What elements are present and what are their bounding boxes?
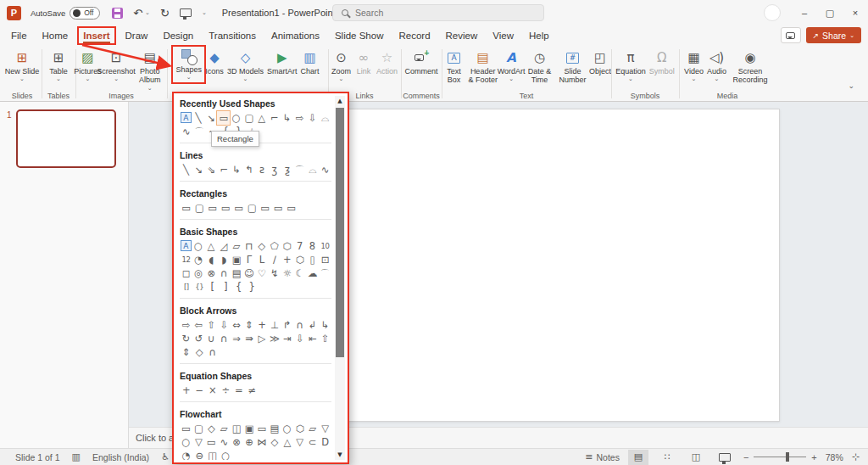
shape-cell[interactable]: ◻ [180,266,192,280]
photo-album-button[interactable]: ▤Photo Album⌄ [133,48,166,92]
zoom-thumb[interactable] [786,452,789,462]
notes-toggle-button[interactable]: ≡ Notes [585,451,620,462]
shape-cell[interactable]: △ [281,435,293,449]
tab-home[interactable]: Home [38,28,73,43]
tab-view[interactable]: View [488,28,518,43]
shape-cell[interactable]: ⬠ [268,239,281,253]
shape-cell[interactable]: ⌒ [293,163,306,176]
shape-cell[interactable]: ⊗ [231,435,243,449]
shape-cell[interactable]: = [232,384,246,397]
shape-cell[interactable]: ▭ [180,201,193,215]
shape-cell[interactable]: 10 [319,239,331,253]
shape-cell[interactable]: ◿ [217,239,230,253]
screenshot-button[interactable]: ⊡Screenshot⌄ [101,48,132,82]
tab-review[interactable]: Review [442,28,482,43]
shape-cell[interactable]: ↱ [281,318,293,332]
shape-cell[interactable]: 8 [306,239,319,253]
shape-cell[interactable]: ↳ [281,111,293,125]
shape-cell[interactable]: ⇦ [192,318,205,332]
shape-cell[interactable]: − [193,384,207,397]
close-button[interactable]: × [843,0,868,25]
shape-cell[interactable]: ◇ [205,422,218,435]
shape-cell[interactable]: △ [255,111,268,125]
shape-cell[interactable]: ▤ [268,422,281,435]
comment-button[interactable]: +Comment [403,48,438,76]
shape-cell[interactable]: ⇨ [180,318,192,332]
header-footer-button[interactable]: ▤Header & Footer [467,48,498,85]
shape-cell[interactable]: Γ [243,253,256,266]
shape-cell[interactable]: ♡ [256,266,269,280]
shape-cell[interactable]: ◎ [192,266,205,280]
shape-cell[interactable]: ▽ [319,422,331,435]
shape-cell[interactable]: ⊥ [268,318,281,332]
shape-cell[interactable]: ⇕ [243,318,256,332]
shape-cell[interactable]: ▭ [220,201,233,215]
undo-chevron-icon[interactable]: ⌄ [145,9,150,16]
shape-cell[interactable]: ≫ [268,332,281,345]
shape-cell[interactable]: ⌐ [268,111,281,125]
table-button[interactable]: ⊞Table⌄ [48,48,69,82]
shape-cell[interactable]: ⌓ [306,163,319,176]
reading-view-button[interactable]: ◫ [686,450,706,465]
shape-cell[interactable]: ⬡ [293,253,306,266]
shape-cell[interactable]: ▭ [272,201,286,215]
save-icon[interactable] [112,8,123,19]
shape-cell[interactable]: ▽ [192,435,205,449]
shape-cell[interactable]: ○ [180,435,192,449]
fit-to-window-icon[interactable]: ⊹ [852,451,860,462]
pictures-button[interactable]: ▨Pictures⌄ [76,48,99,82]
shape-cell[interactable]: ⇧ [319,332,331,345]
tab-file[interactable]: File [7,28,31,43]
shape-cell[interactable]: A [181,240,192,251]
shape-cell[interactable]: ╲ [180,163,192,176]
undo-icon[interactable]: ↶ [133,7,142,20]
shape-cell[interactable]: ⌐ [218,163,231,176]
tab-transitions[interactable]: Transitions [204,28,260,43]
shape-cell[interactable]: L [256,253,269,266]
shape-cell[interactable]: ▭ [217,111,230,125]
shape-cell[interactable]: ∿ [180,125,193,138]
shape-cell[interactable]: ▷ [256,332,269,345]
shape-cell[interactable]: ⇒ [231,332,243,345]
shape-cell[interactable]: ∿ [218,435,231,449]
shape-cell[interactable]: + [256,318,269,332]
tab-animations[interactable]: Animations [267,28,324,43]
zoom-level[interactable]: 78% [826,452,843,462]
shape-cell[interactable]: ▢ [246,201,259,215]
shape-cell[interactable]: ◫ [231,422,243,435]
shape-cell[interactable]: ⇩ [293,332,306,345]
zoom-track[interactable] [754,457,806,457]
shape-cell[interactable]: ⊖ [193,449,207,460]
shape-cell[interactable]: ☁ [306,266,319,280]
shape-cell[interactable]: ⇩ [218,318,231,332]
shape-cell[interactable]: D [319,435,331,449]
collapse-ribbon-icon[interactable]: ⌄ [848,81,854,90]
shape-cell[interactable]: ○ [220,449,233,460]
shape-cell[interactable]: ◗ [218,253,231,266]
wordart-button[interactable]: AWordArt⌄ [500,48,522,82]
shape-cell[interactable]: ◖ [205,253,218,266]
slide-thumbnail[interactable] [16,109,116,168]
shape-cell[interactable]: 7 [293,239,306,253]
shape-cell[interactable]: ⊗ [205,266,218,280]
shape-cell[interactable]: ◔ [180,449,193,460]
slide-counter[interactable]: Slide 1 of 1 [15,452,60,462]
shape-cell[interactable]: ⇛ [243,332,256,345]
tab-draw[interactable]: Draw [121,28,153,43]
tab-help[interactable]: Help [525,28,554,43]
shape-cell[interactable]: ▭ [206,201,220,215]
display-settings-icon[interactable]: ▥ [72,451,81,462]
object-button[interactable]: ◰Object [590,48,610,76]
slide-sorter-view-button[interactable]: ∷ [657,450,677,465]
shape-cell[interactable]: ⋈ [256,435,269,449]
shape-cell[interactable]: ▱ [218,422,231,435]
shape-cell[interactable]: ╲ [192,111,205,125]
shape-cell[interactable]: ∩ [206,345,220,359]
shape-cell[interactable]: ☺ [243,266,256,280]
shape-cell[interactable]: ⌒ [319,266,331,280]
autosave-toggle[interactable]: Off [70,7,100,20]
shape-cell[interactable]: { [232,280,246,294]
shape-cell[interactable]: [ [206,280,220,294]
scroll-up-icon[interactable]: ▲ [335,96,345,106]
shape-cell[interactable]: ∪ [205,332,218,345]
